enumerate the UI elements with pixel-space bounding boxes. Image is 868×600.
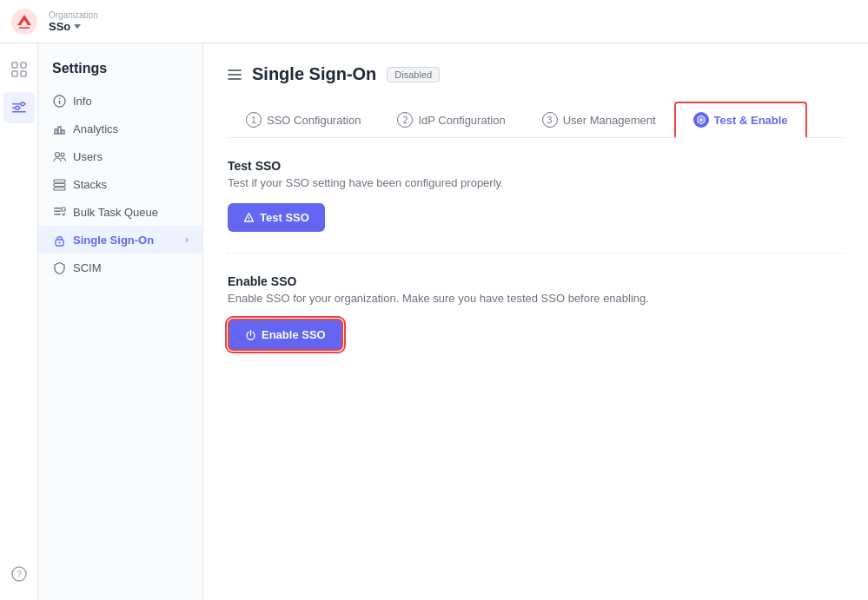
tab-user-mgmt-label: User Management <box>563 114 656 127</box>
svg-point-26 <box>58 241 60 243</box>
sidebar-item-stacks-label: Stacks <box>73 178 107 191</box>
svg-text:?: ? <box>17 570 22 579</box>
sidebar-item-users-label: Users <box>73 150 103 163</box>
svg-rect-3 <box>12 71 17 76</box>
analytics-icon <box>52 122 66 135</box>
warning-icon <box>243 212 255 223</box>
enable-sso-title: Enable SSO <box>228 274 844 288</box>
stacks-icon <box>52 177 66 191</box>
svg-rect-13 <box>58 100 59 104</box>
sidebar-item-users[interactable]: Users <box>38 142 202 170</box>
enable-sso-button[interactable]: Enable SSO <box>228 319 343 351</box>
tab-test-enable-number <box>693 112 709 128</box>
svg-rect-21 <box>54 208 61 209</box>
content-area: Single Sign-On Disabled 1 SSO Configurat… <box>203 43 868 600</box>
org-label: Organization <box>49 10 98 20</box>
svg-point-16 <box>55 152 59 156</box>
tab-idp-config-number: 2 <box>397 112 413 128</box>
sidebar-item-scim[interactable]: SCIM <box>38 254 202 281</box>
svg-rect-27 <box>228 69 242 71</box>
org-info: Organization SSo <box>49 10 98 33</box>
tab-sso-config-number: 1 <box>246 112 262 128</box>
lock-icon <box>52 233 66 247</box>
icon-sidebar: ? <box>0 43 38 600</box>
logo <box>10 8 38 36</box>
sidebar-item-stacks[interactable]: Stacks <box>38 170 202 198</box>
test-sso-section: Test SSO Test if your SSO setting have b… <box>228 159 844 254</box>
tab-sso-configuration[interactable]: 1 SSO Configuration <box>228 102 379 138</box>
info-icon <box>52 94 66 108</box>
test-sso-title: Test SSO <box>228 159 844 173</box>
sidebar-item-info-label: Info <box>73 95 92 108</box>
power-icon <box>245 329 256 340</box>
svg-rect-7 <box>12 111 26 113</box>
tab-idp-configuration[interactable]: 2 IdP Configuration <box>379 102 523 138</box>
svg-point-32 <box>248 220 249 221</box>
sidebar-item-analytics[interactable]: Analytics <box>38 115 202 142</box>
sidebar-icon-help[interactable]: ? <box>3 558 35 590</box>
sidebar-item-single-sign-on[interactable]: Single Sign-On › <box>38 226 202 254</box>
svg-rect-20 <box>54 188 65 190</box>
sidebar-item-bulk-task-queue[interactable]: Bulk Task Queue <box>38 198 202 226</box>
bulk-icon <box>52 205 66 219</box>
page-title: Single Sign-On <box>252 64 376 84</box>
enable-sso-desc: Enable SSO for your organization. Make s… <box>228 292 844 305</box>
tab-user-mgmt-number: 3 <box>542 112 558 128</box>
tab-test-enable-label: Test & Enable <box>714 114 788 127</box>
main-layout: ? Settings Info <box>0 43 868 600</box>
svg-rect-28 <box>228 74 242 76</box>
svg-rect-31 <box>248 217 249 220</box>
settings-sidebar: Settings Info Analyt <box>38 43 203 600</box>
svg-rect-4 <box>21 71 26 76</box>
svg-rect-22 <box>54 210 61 212</box>
sidebar-icon-settings[interactable] <box>3 92 35 123</box>
test-sso-desc: Test if your SSO setting have been confi… <box>228 176 844 189</box>
settings-sidebar-title: Settings <box>38 61 202 87</box>
svg-rect-1 <box>12 63 17 68</box>
tabs: 1 SSO Configuration 2 IdP Configuration … <box>228 102 844 138</box>
shield-icon <box>52 260 66 274</box>
tab-sso-config-label: SSO Configuration <box>267 114 361 127</box>
sidebar-item-analytics-label: Analytics <box>73 122 118 135</box>
svg-rect-29 <box>228 78 242 80</box>
sidebar-item-bulk-task-queue-label: Bulk Task Queue <box>73 206 158 219</box>
sso-arrow-icon: › <box>185 234 189 246</box>
svg-point-17 <box>61 153 64 156</box>
svg-point-30 <box>699 119 702 122</box>
sidebar-item-sso-label: Single Sign-On <box>73 234 154 247</box>
test-sso-button-label: Test SSO <box>260 211 309 224</box>
svg-rect-19 <box>54 183 65 186</box>
enable-sso-section: Enable SSO Enable SSO for your organizat… <box>228 274 844 372</box>
svg-point-9 <box>16 106 19 109</box>
tab-user-management[interactable]: 3 User Management <box>524 102 674 138</box>
tab-idp-config-label: IdP Configuration <box>418 114 505 127</box>
sidebar-item-info[interactable]: Info <box>38 87 202 115</box>
svg-rect-18 <box>54 180 65 182</box>
page-header: Single Sign-On Disabled <box>228 64 844 84</box>
sidebar-item-scim-label: SCIM <box>73 261 102 274</box>
test-sso-button[interactable]: Test SSO <box>228 203 325 232</box>
topbar: Organization SSo <box>0 0 868 43</box>
svg-point-14 <box>58 97 60 99</box>
enable-sso-button-label: Enable SSO <box>262 328 326 341</box>
org-dropdown-chevron[interactable] <box>74 24 81 29</box>
hamburger-icon[interactable] <box>228 68 242 82</box>
status-badge: Disabled <box>387 67 440 82</box>
svg-rect-23 <box>54 214 61 215</box>
tab-test-enable[interactable]: Test & Enable <box>674 102 807 138</box>
svg-point-8 <box>21 102 24 106</box>
sidebar-icon-grid[interactable] <box>3 54 35 85</box>
users-icon <box>52 149 66 163</box>
svg-point-0 <box>11 9 37 35</box>
org-name-row[interactable]: SSo <box>49 20 98 33</box>
svg-rect-24 <box>62 208 65 211</box>
svg-rect-2 <box>21 63 26 68</box>
